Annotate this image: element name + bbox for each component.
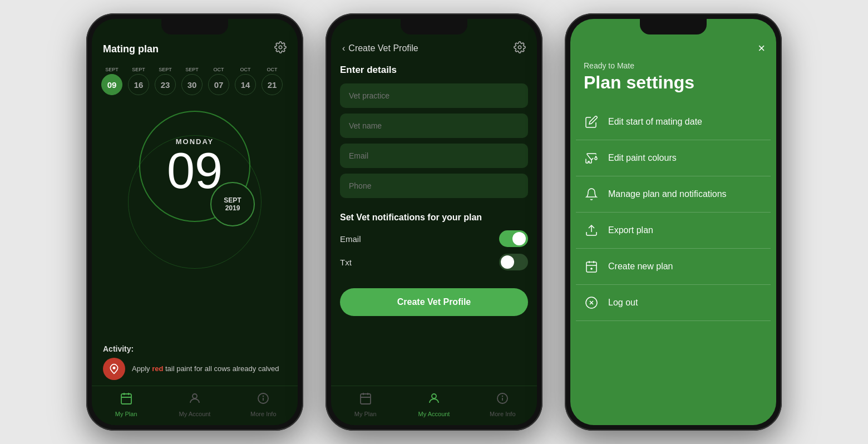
menu-manage-plan[interactable]: Manage plan and notifications — [576, 176, 771, 213]
txt-toggle-row: Txt — [340, 254, 528, 270]
nav2-my-plan-icon — [359, 392, 372, 408]
txt-toggle-thumb — [501, 255, 514, 269]
svg-rect-20 — [586, 262, 596, 272]
day-number: 09 — [167, 146, 223, 196]
nav-my-plan-label: My Plan — [115, 411, 137, 417]
my-plan-icon — [120, 392, 133, 408]
menu-label-export: Export plan — [608, 225, 653, 235]
phone3-screen: × Ready to Mate Plan settings Edit start… — [570, 19, 776, 425]
notch-2 — [401, 19, 467, 34]
cal-item-4[interactable]: OCT 07 — [206, 67, 231, 95]
phone3-title-area: Ready to Mate Plan settings — [570, 56, 776, 104]
menu-label-logout: Log out — [608, 298, 638, 308]
pencil-icon — [584, 114, 599, 130]
svg-point-6 — [193, 394, 197, 398]
menu-label-create-plan: Create new plan — [608, 262, 673, 272]
year-label: 2019 — [225, 204, 240, 212]
nav2-my-plan-label: My Plan — [354, 411, 377, 417]
activity-item: Apply red tail paint for all cows alread… — [103, 358, 287, 380]
plan-subtitle: Ready to Mate — [584, 61, 763, 70]
activity-text: Apply red tail paint for all cows alread… — [132, 364, 279, 374]
notch-3 — [640, 19, 707, 34]
nav2-account-label: My Account — [418, 411, 450, 417]
phone-input[interactable] — [340, 174, 528, 198]
notch-1 — [161, 19, 228, 34]
nav-account-label: My Account — [179, 411, 211, 417]
cal-item-0[interactable]: SEPT 09 — [100, 67, 124, 95]
cal-item-1[interactable]: SEPT 16 — [126, 67, 151, 95]
menu-export-plan[interactable]: Export plan — [576, 213, 771, 249]
menu-edit-paint[interactable]: Edit paint colours — [576, 140, 771, 176]
create-vet-profile-button[interactable]: Create Vet Profile — [340, 288, 528, 316]
txt-toggle[interactable] — [499, 254, 528, 270]
nav-account[interactable]: My Account — [160, 386, 229, 425]
plan-settings-title: Plan settings — [584, 72, 763, 93]
notifications-title: Set Vet notifications for your plan — [340, 213, 528, 223]
gear-icon[interactable] — [274, 41, 287, 57]
nav2-more-info-icon — [496, 392, 509, 408]
cal-item-6[interactable]: OCT 21 — [260, 67, 284, 95]
account-icon — [188, 392, 201, 408]
nav2-more-info[interactable]: More Info — [468, 386, 537, 425]
svg-rect-2 — [121, 394, 131, 404]
phone2-screen: ‹ Create Vet Profile Enter details Set V — [331, 19, 537, 425]
menu-label-mating-date: Edit start of mating date — [608, 117, 702, 127]
month-year-circle: SEPT 2019 — [210, 182, 255, 226]
phone1-title: Mating plan — [103, 43, 159, 55]
phone1-screen: Mating plan SEPT 09 SEPT 16 — [92, 19, 298, 425]
activity-label: Activity: — [103, 344, 287, 353]
back-button[interactable]: ‹ Create Vet Profile — [342, 43, 418, 53]
menu-label-paint: Edit paint colours — [608, 153, 677, 163]
gear-icon-2[interactable] — [514, 41, 526, 56]
nav2-account[interactable]: My Account — [400, 386, 468, 425]
phone-2: ‹ Create Vet Profile Enter details Set V — [326, 13, 542, 431]
screen-title: Create Vet Profile — [348, 43, 418, 53]
cal-item-5[interactable]: OCT 14 — [233, 67, 258, 95]
calendar-strip: SEPT 09 SEPT 16 SEPT 23 SEPT 30 OCT 07 — [92, 62, 298, 100]
email-toggle-row: Email — [340, 230, 528, 247]
menu-label-manage-plan: Manage plan and notifications — [608, 189, 727, 199]
svg-point-1 — [113, 367, 115, 369]
bell-icon — [584, 186, 599, 202]
vet-name-input[interactable] — [340, 114, 528, 138]
txt-toggle-label: Txt — [340, 258, 352, 267]
settings-menu: Edit start of mating date Edit paint col… — [570, 104, 776, 425]
close-button[interactable]: × — [758, 41, 765, 56]
svg-point-10 — [518, 46, 521, 49]
email-toggle[interactable] — [499, 230, 528, 247]
more-info-icon — [257, 392, 270, 408]
nav-more-info[interactable]: More Info — [229, 386, 298, 425]
activity-section: Activity: Apply red tail paint for all c… — [92, 344, 298, 386]
menu-logout[interactable]: Log out — [576, 285, 771, 321]
bottom-nav-1: My Plan My Account — [92, 386, 298, 425]
svg-point-0 — [279, 46, 282, 49]
email-toggle-label: Email — [340, 234, 361, 244]
phone-1: Mating plan SEPT 09 SEPT 16 — [86, 13, 303, 431]
phone-3: × Ready to Mate Plan settings Edit start… — [565, 13, 782, 431]
paint-icon — [584, 150, 599, 166]
back-arrow-icon: ‹ — [342, 43, 345, 53]
logout-icon — [584, 295, 599, 310]
vet-practice-input[interactable] — [340, 83, 528, 108]
nav-my-plan[interactable]: My Plan — [92, 386, 160, 425]
menu-edit-mating-date[interactable]: Edit start of mating date — [576, 104, 771, 140]
menu-create-plan[interactable]: Create new plan — [576, 249, 771, 285]
main-date-area: MONDAY 09 SEPT 2019 — [92, 100, 298, 344]
plus-calendar-icon — [584, 259, 599, 274]
enter-details-title: Enter details — [340, 65, 528, 76]
email-toggle-thumb — [512, 232, 526, 245]
nav2-my-plan[interactable]: My Plan — [331, 386, 400, 425]
nav2-account-icon — [427, 392, 441, 408]
svg-rect-11 — [361, 394, 371, 404]
cal-item-3[interactable]: SEPT 30 — [180, 67, 204, 95]
email-input[interactable] — [340, 144, 528, 168]
phone2-content: Enter details Set Vet notifications for … — [331, 65, 537, 386]
nav2-more-info-label: More Info — [490, 411, 515, 417]
date-circle: MONDAY 09 SEPT 2019 — [139, 111, 250, 222]
svg-point-15 — [432, 394, 436, 398]
activity-icon — [103, 358, 125, 380]
bottom-nav-2: My Plan My Account — [331, 386, 537, 425]
nav-more-info-label: More Info — [250, 411, 276, 417]
export-icon — [584, 223, 599, 238]
cal-item-2[interactable]: SEPT 23 — [153, 67, 177, 95]
